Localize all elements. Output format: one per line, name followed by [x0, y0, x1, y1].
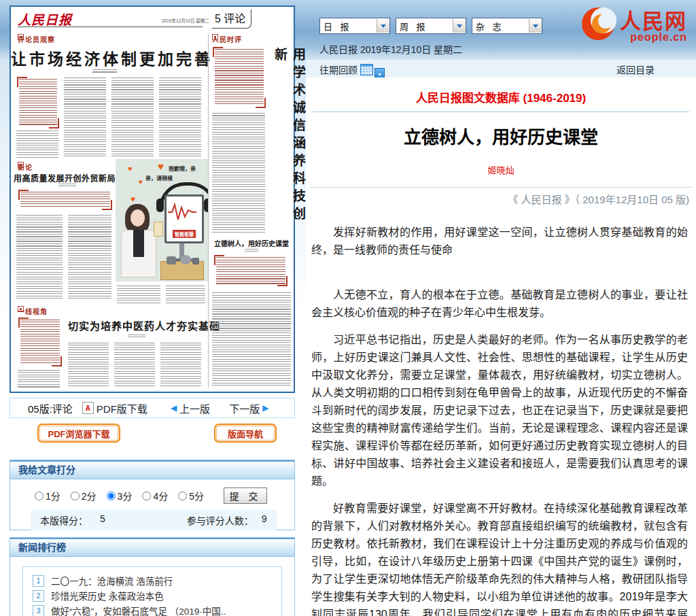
- weekly-paper-select[interactable]: 周 报: [396, 18, 466, 34]
- newsprint-text-block: [18, 370, 60, 388]
- article-source: 《 人民日报 》（ 2019年12月10日 05 版): [310, 187, 692, 206]
- logo-en-text: people.cn: [620, 31, 687, 44]
- newsprint-text-block: [16, 215, 63, 301]
- pdf-download-link[interactable]: PDF版下载: [97, 401, 147, 415]
- newsprint-byline: [245, 249, 258, 252]
- count-value: 9: [262, 513, 267, 527]
- return-to-toc-link[interactable]: 返回目录: [616, 63, 655, 76]
- ranking-item[interactable]: 3 做好“六稳”，安如磐石底气足 （2019·中国..: [33, 603, 281, 616]
- page-info-text: 05版:评论: [28, 401, 73, 415]
- next-page-link[interactable]: 下一版: [229, 401, 260, 415]
- ranking-item[interactable]: 2 珍惜光荣历史 永葆政治本色: [33, 588, 281, 603]
- calendar-icon[interactable]: [360, 64, 373, 75]
- cartoon-speech-2: 亲，请稍候: [145, 174, 173, 182]
- magazine-select-value: 杂 志: [472, 20, 529, 33]
- newsprint-text-block: [111, 78, 154, 158]
- paper-date-text: 人民日报 2019年12月10日 星期二: [319, 42, 462, 56]
- newspaper-page-label: 5 评论: [212, 10, 251, 29]
- newsprint-pullquote: [20, 192, 110, 208]
- article-paragraph: 发挥好新教材的作用，用好课堂这一空间，让立德树人贯穿基础教育的始终，是一线教师的…: [311, 224, 688, 259]
- next-arrow-icon[interactable]: ▶: [262, 403, 268, 413]
- logo-cn-text: 人民网: [620, 4, 687, 35]
- rating-option-label: 4分: [153, 489, 168, 502]
- smart-service-label: 智能客服: [173, 230, 196, 238]
- rank-title[interactable]: 珍惜光荣历史 永葆政治本色: [51, 589, 164, 602]
- score-label: 本版得分：: [40, 513, 88, 527]
- magazine-select[interactable]: 杂 志: [472, 18, 542, 34]
- newsprint-text-block: [114, 343, 155, 388]
- daily-paper-select[interactable]: 日 报: [319, 18, 390, 34]
- newsprint-text-block: [68, 343, 109, 388]
- weekly-paper-select-value: 周 报: [396, 20, 453, 33]
- newsprint-byline: [92, 69, 117, 73]
- woman-shirt: [133, 230, 144, 257]
- vertical-headline-academic-integrity: 用学术诚信涵养科技创新: [271, 48, 307, 233]
- rating-score-row: 本版得分： 5 参与评分人数： 9: [31, 510, 277, 530]
- rating-options-row: 1分 2分 3分 4分 5分 提 交: [35, 487, 294, 504]
- people-cn-logo[interactable]: 人民网 people.cn: [579, 4, 687, 44]
- heart-icon: ♥: [139, 178, 143, 186]
- rank-number: 1: [33, 575, 44, 587]
- newspaper-date: 2019年12月10日 星期二: [162, 17, 209, 24]
- phone-in-hand: [154, 222, 163, 237]
- rating-radio-1[interactable]: [35, 492, 44, 500]
- newspaper-page-scan: 人民日报 2019年12月10日 星期二 5 评论 评论员观察 让市场经济体制更…: [10, 5, 295, 393]
- rank-number: 3: [33, 605, 44, 616]
- rating-option-1[interactable]: 1分: [35, 489, 60, 502]
- heart-icon: ♥: [128, 165, 133, 173]
- article-body: 发挥好新教材的作用，用好课堂这一空间，让立德树人贯穿基础教育的始终，是一线教师的…: [311, 224, 688, 616]
- rating-radio-3[interactable]: [107, 492, 116, 500]
- old-phone: [192, 258, 199, 264]
- page-root: 日 报 周 报 杂 志 人民日报 2019年12月10日 星期二 人民网 peo…: [0, 0, 696, 616]
- newsprint-byline: [128, 335, 145, 337]
- rating-panel: 我给文章打分 1分 2分 3分 4分 5分 提 交 本版得分： 5 参与评分人数…: [10, 460, 295, 530]
- score-value: 5: [100, 513, 105, 527]
- article-paragraph: 习近平总书记指出，历史是人类最好的老师。作为一名从事历史教学的老师，上好历史课这…: [311, 331, 688, 490]
- cartoon-illustration: ♥ ♥ ♥ ♥ ♥ 抱歉哦，亲 亲，请稍候 智能客服: [116, 159, 208, 281]
- headline-market-economy: 让市场经济体制更加完善: [11, 46, 204, 69]
- prev-page-link[interactable]: 上一版: [179, 401, 210, 415]
- old-phone: [167, 256, 176, 264]
- chevron-down-icon[interactable]: [453, 19, 466, 33]
- rating-option-4[interactable]: 4分: [142, 489, 168, 502]
- headline-tcm-talent: 切实为培养中医药人才夯实基础: [68, 318, 204, 332]
- pdf-browser-download-button[interactable]: PDF浏览器下载: [37, 424, 120, 443]
- rating-radio-5[interactable]: [178, 492, 187, 500]
- headline-lide-shuren: 立德树人，用好历史课堂: [212, 238, 291, 248]
- newsprint-caption: [117, 286, 160, 303]
- ranking-list: 1 二〇一九：沧海横流 浩荡前行 2 珍惜光荣历史 永葆政治本色 3 做好“六稳…: [22, 566, 282, 616]
- article-paragraph: 人无德不立，育人的根本在于立德。基础教育是立德树人的事业，要让社会主义核心价值观…: [311, 286, 688, 322]
- smart-service-monitor: 智能客服: [164, 194, 204, 243]
- ranking-item[interactable]: 1 二〇一九：沧海横流 浩荡前行: [33, 573, 281, 588]
- prev-arrow-icon[interactable]: ◀: [171, 403, 177, 413]
- rating-radio-2[interactable]: [71, 492, 80, 500]
- chevron-down-icon[interactable]: [529, 19, 542, 33]
- heart-icon: ♥: [130, 194, 135, 204]
- rating-radio-4[interactable]: [142, 492, 151, 500]
- newsprint-text-block: [68, 215, 111, 301]
- article-title: 立德树人，用好历史课堂: [306, 123, 696, 148]
- rating-option-5[interactable]: 5分: [178, 489, 204, 502]
- rank-title[interactable]: 做好“六稳”，安如磐石底气足 （2019·中国..: [51, 604, 226, 616]
- article-author[interactable]: 姬晓灿: [306, 163, 696, 176]
- submit-rating-button[interactable]: 提 交: [224, 487, 267, 504]
- column-divider: [208, 34, 209, 388]
- page-navigation-button[interactable]: 版面导航: [214, 424, 277, 443]
- newsprint-text-block: [159, 78, 201, 158]
- newsprint-pullquote: [216, 257, 285, 284]
- old-phone: [180, 255, 191, 264]
- newspaper-masthead: 人民日报: [18, 10, 72, 28]
- rating-option-2[interactable]: 2分: [71, 489, 97, 502]
- page-toolbar: 05版:评论 A PDF版下载 ◀ 上一版 下一版 ▶: [10, 398, 295, 418]
- masthead-rule: [18, 27, 203, 27]
- daily-paper-select-value: 日 报: [320, 20, 377, 33]
- ranking-panel-title: 新闻排行榜: [10, 538, 294, 557]
- rank-title[interactable]: 二〇一九：沧海横流 浩荡前行: [51, 574, 173, 587]
- rating-option-label: 3分: [118, 489, 133, 502]
- rating-option-3[interactable]: 3分: [107, 489, 133, 502]
- waveform-icon: [167, 202, 198, 222]
- rating-option-label: 1分: [46, 489, 60, 502]
- chevron-down-icon[interactable]: [377, 19, 389, 33]
- headphone-pad: [156, 199, 164, 212]
- pdf-icon: A: [82, 402, 94, 414]
